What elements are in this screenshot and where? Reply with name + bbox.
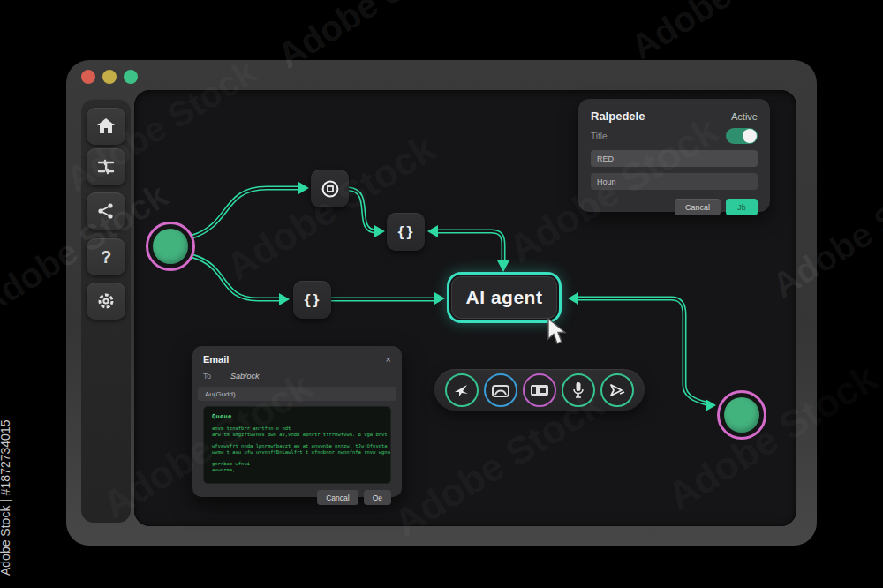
code-header: Queue <box>212 413 382 420</box>
minimize-window-button[interactable] <box>102 70 117 84</box>
plane-icon <box>453 381 471 399</box>
active-toggle[interactable] <box>726 128 758 144</box>
to-label: To <box>203 372 211 381</box>
recipient-value: Au(Gudd) <box>205 390 236 398</box>
title-input-value: RED <box>597 155 614 163</box>
send-icon <box>608 382 626 398</box>
ai-agent-label: AI agent <box>466 287 543 308</box>
flow-icon <box>96 158 116 176</box>
camera-icon <box>492 383 509 397</box>
send-tool-button[interactable] <box>600 373 634 407</box>
share-icon <box>97 202 115 220</box>
window-controls <box>81 70 138 84</box>
email-modal-title: Email <box>203 354 229 365</box>
watermark-id-label: Adobe Stock | #1872734015 <box>0 420 12 576</box>
at-node[interactable] <box>311 170 349 207</box>
braces-node-1[interactable]: {} <box>387 213 425 251</box>
watermark-text: Adobe Stock <box>624 0 828 67</box>
workflow-canvas[interactable]: {} {} AI agent Ralpedele Ac <box>134 90 796 526</box>
code-line: gnrnbab wfnui <box>212 461 382 467</box>
braces-node-2[interactable]: {} <box>293 281 331 319</box>
properties-title: Ralpedele <box>591 109 645 123</box>
help-icon: ? <box>101 247 111 268</box>
media-card-tool-button[interactable] <box>523 373 556 407</box>
start-node-core <box>153 229 188 264</box>
mouse-cursor-icon <box>546 318 569 346</box>
close-icon[interactable]: × <box>386 355 391 365</box>
end-node[interactable] <box>717 390 766 440</box>
recipient-input[interactable]: Au(Gudd) <box>198 387 396 401</box>
toggle-knob <box>743 129 757 143</box>
end-node-core <box>724 397 759 433</box>
stage: ? <box>0 0 883 588</box>
modal-ok-button[interactable]: Oe <box>364 490 391 505</box>
code-line: arw tm smgzftwvnos bwo av,vndb apnvtr tf… <box>212 432 382 438</box>
title-input[interactable]: RED <box>591 150 758 167</box>
plane-tool-button[interactable] <box>445 373 479 407</box>
code-line: wfvawvfrt nnda lpnrmwfbavzt aw at anvwnb… <box>212 443 382 449</box>
close-window-button[interactable] <box>81 70 95 84</box>
braces-icon: {} <box>303 292 321 308</box>
email-body-editor[interactable]: Queue anvm tznsfbrr anrtfnn e ndt arw tm… <box>203 406 391 484</box>
properties-panel: Ralpedele Active Title RED Houn Cancal <box>578 99 770 212</box>
sidebar-item-workflow[interactable] <box>87 148 125 185</box>
start-node[interactable] <box>146 222 195 271</box>
app-window: ? <box>66 60 817 546</box>
braces-icon: {} <box>396 224 414 240</box>
media-card-icon <box>530 384 549 396</box>
sidebar-item-settings[interactable] <box>87 283 125 320</box>
sidebar-item-help[interactable]: ? <box>87 238 125 275</box>
secondary-input-value: Houn <box>597 177 616 186</box>
camera-tool-button[interactable] <box>484 373 517 407</box>
code-line: anvm tznsfbrr anrtfnn e ndt <box>212 426 382 432</box>
microphone-tool-button[interactable] <box>562 373 595 407</box>
sidebar-item-share[interactable] <box>87 192 125 230</box>
zoom-window-button[interactable] <box>124 70 138 84</box>
email-modal: Email × To Sab/ock Au(Gudd) Queue anvm t… <box>192 346 402 497</box>
panel-cancel-button[interactable]: Cancal <box>675 199 721 215</box>
active-status-label: Active <box>731 111 758 122</box>
settings-icon <box>96 291 116 311</box>
ai-agent-node[interactable]: AI agent <box>447 272 562 323</box>
panel-confirm-button[interactable]: Jb <box>726 199 758 215</box>
sidebar: ? <box>81 99 131 523</box>
to-value: Sab/ock <box>230 372 260 381</box>
sidebar-item-home[interactable] <box>87 108 125 145</box>
media-toolbar <box>434 369 645 411</box>
secondary-input[interactable]: Houn <box>591 173 758 190</box>
code-line: avwnrma, <box>212 467 382 473</box>
record-square-icon <box>321 179 340 199</box>
code-line: wvmw t avu ufw uvvnnffBnlawlfrt t ufnnbn… <box>212 449 382 456</box>
microphone-icon <box>572 381 585 399</box>
title-field-label: Title <box>591 132 608 141</box>
modal-cancel-button[interactable]: Cancal <box>317 490 358 505</box>
home-icon <box>96 117 116 135</box>
